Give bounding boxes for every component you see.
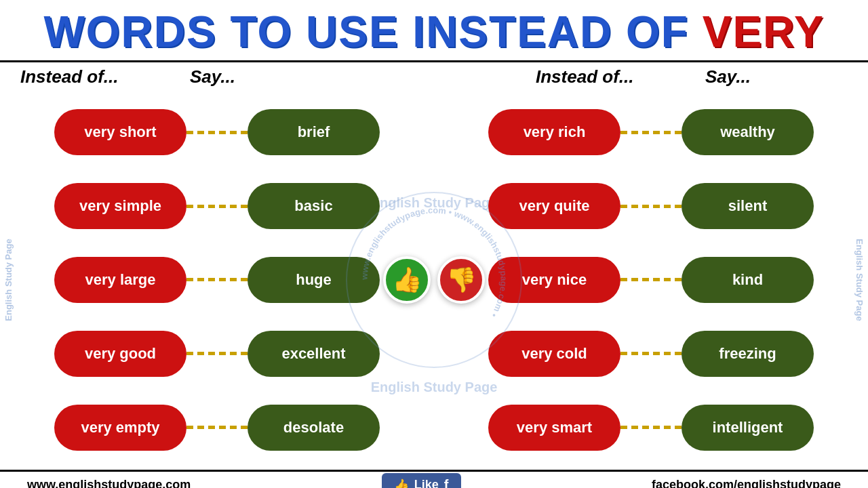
like-button[interactable]: 👍 Like f — [382, 473, 461, 488]
footer-website: www.englishstudypage.com — [27, 478, 191, 488]
header-say-right: Say... — [705, 66, 827, 87]
say-pill-left-0: brief — [248, 109, 380, 155]
say-pill-right-3: freezing — [682, 331, 814, 377]
dotted-line-left-2 — [186, 278, 248, 281]
instead-pill-right-4: very smart — [488, 405, 620, 451]
instead-pill-right-2: very nice — [488, 257, 620, 303]
like-thumb-icon: 👍 — [394, 478, 409, 489]
instead-pill-right-3: very cold — [488, 331, 620, 377]
dotted-line-left-3 — [186, 352, 248, 355]
say-pill-left-2: huge — [248, 257, 380, 303]
instead-pill-left-4: very empty — [54, 405, 186, 451]
thumbs-down-icon: 👎 — [437, 256, 485, 304]
say-pill-right-1: silent — [682, 183, 814, 229]
word-row-left-1: very simple basic — [0, 183, 434, 229]
dotted-line-right-1 — [620, 205, 682, 208]
dotted-line-left-1 — [186, 205, 248, 208]
say-pill-right-4: intelligent — [682, 405, 814, 451]
instead-pill-left-3: very good — [54, 331, 186, 377]
footer-facebook: facebook.com/englishstudypage — [652, 478, 841, 488]
say-pill-left-1: basic — [248, 183, 380, 229]
word-row-left-2: very large huge — [0, 257, 434, 303]
footer: www.englishstudypage.com 👍 Like f facebo… — [0, 470, 868, 488]
instead-pill-right-1: very quite — [488, 183, 620, 229]
dotted-line-left-4 — [186, 426, 248, 429]
instead-pill-left-0: very short — [54, 109, 186, 155]
title-bar: WORDS TO USE INSTEAD OF VERY — [0, 0, 868, 62]
dotted-line-right-3 — [620, 352, 682, 355]
word-row-right-0: very rich wealthy — [434, 109, 868, 155]
header-instead-right: Instead of... — [536, 66, 671, 87]
dotted-line-left-0 — [186, 131, 248, 134]
left-word-pairs: very short brief very simple basic very … — [0, 90, 434, 470]
instead-pill-left-1: very simple — [54, 183, 186, 229]
word-row-left-4: very empty desolate — [0, 405, 434, 451]
word-row-left-0: very short brief — [0, 109, 434, 155]
word-row-right-4: very smart intelligent — [434, 405, 868, 451]
word-row-right-2: very nice kind — [434, 257, 868, 303]
column-headers: Instead of... Say... Instead of... Say..… — [0, 62, 868, 90]
say-pill-left-4: desolate — [248, 405, 380, 451]
word-row-right-3: very cold freezing — [434, 331, 868, 377]
say-pill-right-2: kind — [682, 257, 814, 303]
word-row-right-1: very quite silent — [434, 183, 868, 229]
say-pill-right-0: wealthy — [682, 109, 814, 155]
dotted-line-right-4 — [620, 426, 682, 429]
like-label: Like — [414, 478, 439, 488]
page-title: WORDS TO USE INSTEAD OF VERY — [43, 7, 824, 56]
instead-pill-right-0: very rich — [488, 109, 620, 155]
instead-pill-left-2: very large — [54, 257, 186, 303]
dotted-line-right-2 — [620, 278, 682, 281]
thumbs-up-icon: 👍 — [383, 256, 431, 304]
facebook-icon: f — [444, 477, 449, 488]
center-icons: 👍 👎 — [383, 256, 485, 304]
right-word-pairs: very rich wealthy very quite silent very… — [434, 90, 868, 470]
say-pill-left-3: excellent — [248, 331, 380, 377]
header-say-left: Say... — [190, 66, 312, 87]
content-area: English Study Page English Study Page En… — [0, 90, 868, 470]
word-row-left-3: very good excellent — [0, 331, 434, 377]
dotted-line-right-0 — [620, 131, 682, 134]
header-instead-left: Instead of... — [20, 66, 156, 87]
